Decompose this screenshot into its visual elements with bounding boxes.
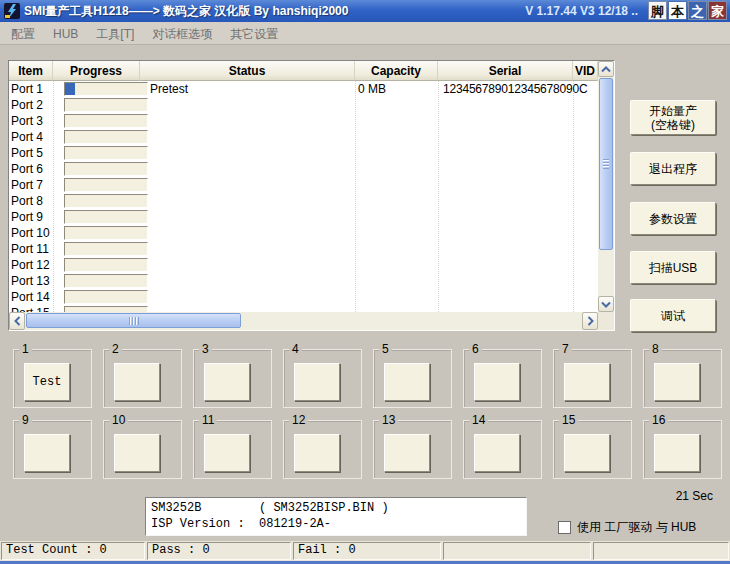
checkbox-box[interactable] bbox=[558, 521, 571, 534]
status-panel-3: Fail : 0 bbox=[293, 542, 441, 560]
port-test-button-13[interactable] bbox=[384, 434, 430, 472]
progress-bar bbox=[64, 210, 148, 224]
port-name: Port 8 bbox=[11, 194, 43, 208]
table-row[interactable]: Port 2 bbox=[9, 97, 598, 113]
port-test-button-14[interactable] bbox=[474, 434, 520, 472]
port-group-14: 14 bbox=[463, 420, 542, 479]
port-name: Port 1 bbox=[11, 82, 43, 96]
port-group-number: 1 bbox=[19, 342, 32, 356]
exit-program-button[interactable]: 退出程序 bbox=[630, 152, 716, 185]
scroll-down-button[interactable] bbox=[598, 296, 614, 312]
port-test-button-1[interactable]: Test bbox=[24, 363, 70, 401]
port-test-button-7[interactable] bbox=[564, 363, 610, 401]
scan-usb-button[interactable]: 扫描USB bbox=[630, 251, 716, 284]
column-header-serial[interactable]: Serial bbox=[438, 61, 573, 81]
table-row[interactable]: Port 8 bbox=[9, 193, 598, 209]
port-group-number: 14 bbox=[469, 413, 488, 427]
vertical-scroll-thumb[interactable] bbox=[599, 78, 613, 250]
progress-fill bbox=[65, 83, 75, 95]
port-name: Port 10 bbox=[11, 226, 50, 240]
port-group-number: 11 bbox=[199, 413, 217, 427]
column-header-status[interactable]: Status bbox=[140, 61, 355, 81]
button-label: 开始量产 bbox=[649, 104, 697, 118]
port-test-button-15[interactable] bbox=[564, 434, 610, 472]
table-row[interactable]: Port 5 bbox=[9, 145, 598, 161]
capacity-cell: 0 MB bbox=[358, 82, 386, 96]
menu-item-5[interactable]: 其它设置 bbox=[221, 22, 287, 43]
port-test-button-8[interactable] bbox=[654, 363, 700, 401]
port-name: Port 9 bbox=[11, 210, 43, 224]
column-header-progress[interactable]: Progress bbox=[53, 61, 140, 81]
port-group-8: 8 bbox=[643, 349, 722, 408]
progress-bar bbox=[64, 194, 148, 208]
table-row[interactable]: Port 6 bbox=[9, 161, 598, 177]
port-group-2: 2 bbox=[103, 349, 182, 408]
column-header-item[interactable]: Item bbox=[9, 61, 53, 81]
port-test-button-6[interactable] bbox=[474, 363, 520, 401]
button-label: 参数设置 bbox=[649, 212, 697, 226]
column-header-vid[interactable]: VID bbox=[573, 61, 598, 81]
horizontal-scroll-thumb[interactable] bbox=[26, 313, 241, 328]
port-test-button-5[interactable] bbox=[384, 363, 430, 401]
port-group-12: 12 bbox=[283, 420, 362, 479]
port-group-number: 16 bbox=[649, 413, 668, 427]
port-test-button-10[interactable] bbox=[114, 434, 160, 472]
port-test-button-11[interactable] bbox=[204, 434, 250, 472]
table-row[interactable]: Port 4 bbox=[9, 129, 598, 145]
port-test-button-3[interactable] bbox=[204, 363, 250, 401]
table-row[interactable]: Port 3 bbox=[9, 113, 598, 129]
table-row[interactable]: Port 14 bbox=[9, 289, 598, 305]
menu-item-2[interactable]: HUB bbox=[44, 23, 87, 41]
scroll-right-button[interactable] bbox=[582, 312, 598, 330]
port-test-button-16[interactable] bbox=[654, 434, 700, 472]
port-group-15: 15 bbox=[553, 420, 632, 479]
window-title: SMI量产工具H1218——> 数码之家 汉化版 By hanshiqi2000 bbox=[24, 0, 348, 22]
firmware-line-1: SM3252B( SM3252BISP.BIN ) bbox=[151, 500, 521, 516]
port-name: Port 4 bbox=[11, 130, 43, 144]
port-group-number: 5 bbox=[379, 342, 392, 356]
chevron-right-icon bbox=[587, 316, 594, 326]
table-row[interactable]: Port 11 bbox=[9, 241, 598, 257]
title-bar[interactable]: SMI量产工具H1218——> 数码之家 汉化版 By hanshiqi2000… bbox=[0, 0, 730, 22]
table-row[interactable]: Port 15 bbox=[9, 305, 598, 312]
port-group-number: 7 bbox=[559, 342, 572, 356]
debug-button[interactable]: 调试 bbox=[630, 299, 716, 332]
menu-item-4[interactable]: 对话框选项 bbox=[143, 22, 221, 43]
port-group-number: 9 bbox=[19, 413, 32, 427]
port-test-button-2[interactable] bbox=[114, 363, 160, 401]
table-row[interactable]: Port 7 bbox=[9, 177, 598, 193]
table-row[interactable]: Port 1Pretest0 MB123456789012345678090C bbox=[9, 81, 598, 97]
column-header-capacity[interactable]: Capacity bbox=[355, 61, 438, 81]
progress-bar bbox=[64, 274, 148, 288]
version-label: V 1.17.44 V3 12/18 .. bbox=[525, 0, 638, 22]
watermark-logo: 脚本之家 bbox=[648, 1, 727, 20]
port-group-11: 11 bbox=[193, 420, 272, 479]
port-status-table: ItemProgressStatusCapacitySerialVID Port… bbox=[8, 60, 615, 331]
port-group-number: 8 bbox=[649, 342, 662, 356]
scroll-left-button[interactable] bbox=[9, 312, 25, 330]
menu-item-1[interactable]: 配置 bbox=[2, 22, 44, 43]
table-row[interactable]: Port 12 bbox=[9, 257, 598, 273]
port-group-number: 2 bbox=[109, 342, 122, 356]
table-row[interactable]: Port 13 bbox=[9, 273, 598, 289]
status-bar: Test Count : 0Pass : 0Fail : 0 bbox=[0, 541, 730, 561]
table-body: Port 1Pretest0 MB123456789012345678090CP… bbox=[9, 81, 598, 312]
port-test-button-9[interactable] bbox=[24, 434, 70, 472]
menu-bar: 配置HUB工具[T]对话框选项其它设置 bbox=[0, 22, 730, 45]
scroll-up-button[interactable] bbox=[598, 61, 614, 77]
factory-driver-checkbox[interactable]: 使用 工厂驱动 与 HUB bbox=[558, 519, 696, 536]
parameter-settings-button[interactable]: 参数设置 bbox=[630, 202, 716, 235]
chevron-down-icon bbox=[601, 301, 611, 308]
start-production-button[interactable]: 开始量产(空格键) bbox=[630, 100, 716, 135]
horizontal-scrollbar[interactable] bbox=[9, 312, 598, 330]
progress-bar bbox=[64, 114, 148, 128]
port-test-button-12[interactable] bbox=[294, 434, 340, 472]
table-row[interactable]: Port 10 bbox=[9, 225, 598, 241]
port-group-number: 12 bbox=[289, 413, 308, 427]
port-group-13: 13 bbox=[373, 420, 452, 479]
port-test-button-4[interactable] bbox=[294, 363, 340, 401]
port-name: Port 11 bbox=[11, 242, 49, 256]
vertical-scrollbar[interactable] bbox=[598, 61, 614, 312]
table-row[interactable]: Port 9 bbox=[9, 209, 598, 225]
menu-item-3[interactable]: 工具[T] bbox=[87, 22, 143, 43]
